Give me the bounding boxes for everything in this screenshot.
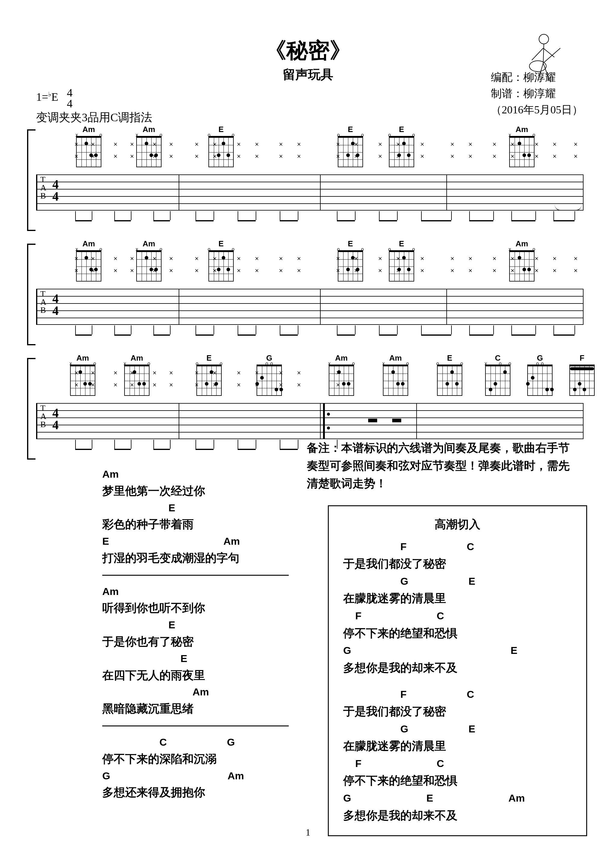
system-bracket bbox=[27, 243, 35, 345]
chord-grid: oo bbox=[196, 364, 222, 396]
tab-T: T bbox=[40, 291, 46, 297]
chord-grid: xo bbox=[136, 136, 161, 167]
transcriber-name: 柳淳耀 bbox=[523, 87, 556, 100]
chord-grid: xo bbox=[136, 250, 161, 282]
verse-1: Am梦里他第一次经过你E彩色的种子带着雨EAm打湿的羽毛变成潮湿的字句 bbox=[102, 466, 289, 567]
tab-system-2: AmxoAmxoEooEooEooAmxo T A B 4 4 ××××××××… bbox=[36, 289, 584, 325]
chord-line: Am bbox=[102, 684, 289, 700]
lyric-line: 于是你也有了秘密 bbox=[102, 633, 289, 651]
chord-grid: oo bbox=[389, 250, 414, 282]
chord-diagram-am: Amxo bbox=[132, 125, 165, 167]
chord-line: FC bbox=[343, 539, 572, 555]
chord-line: E bbox=[102, 617, 289, 633]
chord-line: Am bbox=[102, 466, 289, 482]
lyric-line: 于是我们都没了秘密 bbox=[343, 702, 572, 721]
chord-name: F bbox=[566, 353, 598, 363]
system-bracket bbox=[27, 129, 35, 231]
chord-grid: xo bbox=[383, 364, 408, 396]
tab-staff-1: T A B 4 4 ××××××××××××××××××××××××××××××… bbox=[36, 174, 584, 211]
chord-name: G bbox=[523, 353, 557, 363]
lyric-line: 彩色的种子带着雨 bbox=[102, 515, 289, 533]
verse-2: Am听得到你也听不到你E于是你也有了秘密E在四下无人的雨夜里Am黑暗隐藏沉重思绪 bbox=[102, 583, 289, 718]
lyric-line: 多想你是我的却来不及 bbox=[343, 659, 572, 677]
lyric-line: 黑暗隐藏沉重思绪 bbox=[102, 700, 289, 718]
capo-instruction: 变调夹夹3品用C调指法 bbox=[36, 109, 152, 126]
chord-grid: xo bbox=[329, 364, 354, 396]
chord-diagram-c: Cxoo bbox=[481, 353, 514, 396]
credits-block: 编配：柳淳耀 制谱：柳淳耀 （2016年5月05日） bbox=[491, 69, 583, 118]
tab-label: T A B bbox=[40, 405, 46, 427]
key-prefix: 1= bbox=[36, 90, 48, 103]
key-info: 1=♭E 4 4 变调夹夹3品用C调指法 bbox=[36, 87, 152, 126]
chord-grid: oo bbox=[208, 250, 234, 282]
tab-staff-3: T A B 4 4 ×××××××××××××××××××××××××× bbox=[36, 403, 584, 439]
ts-top: 4 bbox=[52, 407, 59, 419]
lyric-line: 多想还来得及拥抱你 bbox=[102, 784, 289, 801]
chord-line: EAm bbox=[102, 533, 289, 549]
strum-row-2 bbox=[36, 325, 584, 344]
timesig-bottom: 4 bbox=[67, 98, 72, 109]
chord-diagram-e: Eoo bbox=[385, 239, 418, 282]
lyric-line: 在四下无人的雨夜里 bbox=[102, 667, 289, 684]
chord-line: FC bbox=[343, 686, 572, 702]
tab-system-1: AmxoAmxoEooEooEooAmxo T A B 4 4 ××××××××… bbox=[36, 174, 584, 211]
performance-note: 备注：本谱标识的六线谱为间奏及尾奏，歌曲右手节奏型可参照间奏和弦对应节奏型！弹奏… bbox=[307, 439, 578, 492]
chord-row-3: AmxoAmxoEooGooAmxoAmxoEooCxooGooF bbox=[36, 353, 584, 398]
chord-line: GE bbox=[343, 573, 572, 589]
chord-name: G bbox=[253, 353, 286, 363]
lyric-line: 于是我们都没了秘密 bbox=[343, 555, 572, 573]
chord-line: Am bbox=[102, 583, 289, 599]
system-bracket bbox=[27, 358, 35, 460]
tab-A: A bbox=[40, 184, 46, 191]
timesig-top: 4 bbox=[67, 87, 72, 98]
tab-label: T A B bbox=[40, 291, 46, 313]
tab-B: B bbox=[40, 192, 46, 199]
chord-grid: xoo bbox=[485, 364, 510, 396]
chord-diagram-f: F bbox=[566, 353, 598, 396]
chord-grid: oo bbox=[437, 364, 462, 396]
arranger-name: 柳淳耀 bbox=[523, 71, 556, 83]
lyrics-column-left: Am梦里他第一次经过你E彩色的种子带着雨EAm打湿的羽毛变成潮湿的字句 Am听得… bbox=[102, 466, 289, 801]
chord-diagram-am: Amxo bbox=[379, 353, 412, 396]
chord-line: FC bbox=[343, 755, 572, 772]
chord-grid: xo bbox=[76, 250, 101, 282]
song-title: 《秘密》 bbox=[0, 36, 616, 65]
lyric-line: 在朦胧迷雾的清晨里 bbox=[343, 737, 572, 755]
chord-grid: oo bbox=[389, 136, 414, 167]
tab-T: T bbox=[40, 405, 46, 411]
chord-row-1: AmxoAmxoEooEooEooAmxo bbox=[36, 125, 584, 170]
time-signature: 4 4 bbox=[52, 407, 59, 431]
tab-staff-2: T A B 4 4 ××××××××××××××××××××××××××××××… bbox=[36, 289, 584, 325]
lyric-line: 打湿的羽毛变成潮湿的字句 bbox=[102, 549, 289, 567]
chord-grid: oo bbox=[338, 136, 363, 167]
ts-bot: 4 bbox=[52, 305, 59, 317]
section-divider bbox=[102, 726, 289, 726]
chorus-title: 高潮切入 bbox=[343, 515, 572, 534]
chord-diagram-e: Eoo bbox=[205, 125, 238, 167]
chord-diagram-e: Eoo bbox=[385, 125, 418, 167]
chord-grid: oo bbox=[257, 364, 282, 396]
tab-B: B bbox=[40, 421, 46, 427]
chord-line: GE bbox=[343, 721, 572, 737]
tab-A: A bbox=[40, 413, 46, 419]
ts-bot: 4 bbox=[52, 419, 59, 431]
flat-symbol: ♭ bbox=[48, 90, 51, 98]
tab-label: T A B bbox=[40, 176, 46, 199]
chord-diagram-e: Eoo bbox=[433, 353, 466, 396]
section-divider bbox=[102, 575, 289, 576]
tab-system-3: AmxoAmxoEooGooAmxoAmxoEooCxooGooF T A B … bbox=[36, 403, 584, 439]
lyric-line: 多想你是我的却来不及 bbox=[343, 806, 572, 825]
chord-grid: xo bbox=[124, 364, 149, 396]
lyric-line: 停不下来的绝望和恐惧 bbox=[343, 624, 572, 642]
sheet-music-page: 《秘密》 留声玩具 编配：柳淳耀 制谱：柳淳耀 （2016年5月05日） 1=♭… bbox=[0, 0, 616, 847]
lyric-line: 停不下来的深陷和沉溺 bbox=[102, 750, 289, 768]
note-body: 本谱标识的六线谱为间奏及尾奏，歌曲右手节奏型可参照间奏和弦对应节奏型！弹奏此谱时… bbox=[307, 441, 570, 490]
chord-row-2: AmxoAmxoEooEooEooAmxo bbox=[36, 239, 584, 284]
chord-diagram-g: Goo bbox=[523, 353, 557, 396]
chord-diagram-am: Amxo bbox=[505, 125, 538, 167]
ts-top: 4 bbox=[52, 179, 59, 191]
chord-grid: oo bbox=[208, 136, 234, 167]
chord-line: GAm bbox=[102, 768, 289, 784]
tab-T: T bbox=[40, 176, 46, 183]
lyric-line: 停不下来的绝望和恐惧 bbox=[343, 772, 572, 790]
